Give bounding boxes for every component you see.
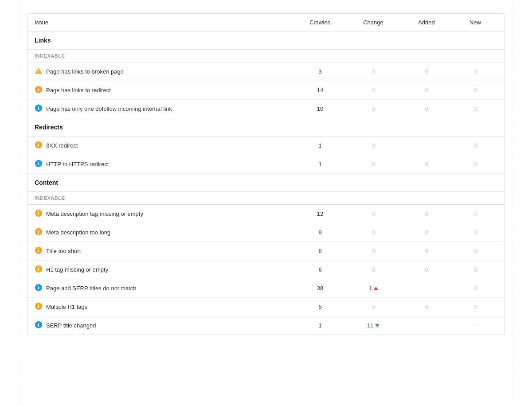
warning-icon <box>35 67 43 76</box>
svg-point-14 <box>38 249 39 249</box>
svg-point-12 <box>38 230 39 231</box>
issue-cell: Title too short <box>35 246 293 256</box>
change-value: 0 <box>347 142 400 149</box>
svg-point-4 <box>38 106 39 107</box>
crawled-value: 1 <box>293 322 347 329</box>
new-value: 0 <box>453 266 497 273</box>
svg-point-16 <box>38 267 39 268</box>
section-header-redirects: Redirects <box>27 118 505 136</box>
arrow-up-icon <box>374 287 378 290</box>
new-value: 0 <box>453 105 497 112</box>
svg-point-10 <box>38 211 39 212</box>
svg-point-18 <box>38 286 39 287</box>
crawled-value: 9 <box>293 229 347 236</box>
table-body: LinksINDEXABLE Page has links to broken … <box>27 31 505 335</box>
issue-label: Title too short <box>46 248 81 254</box>
issue-cell: Multiple H1 tags <box>35 302 293 312</box>
col-new: New <box>453 19 497 26</box>
issue-label: Page has only one dofollow incoming inte… <box>46 105 172 112</box>
issue-label: Page has links to redirect <box>46 87 111 93</box>
crawled-value: 1 <box>293 161 347 167</box>
issue-cell: Page has links to redirect <box>35 86 293 95</box>
change-value: 0 <box>347 68 400 75</box>
table-row[interactable]: 3XX redirect 100 <box>27 136 505 155</box>
table-row[interactable]: Title too short 8000 <box>27 242 505 261</box>
table-row[interactable]: Meta description tag missing or empty 12… <box>27 205 505 223</box>
issue-label: Page has links to broken page <box>46 68 124 75</box>
change-number: 11 <box>367 322 373 329</box>
table-row[interactable]: Page has links to broken page 3000 <box>27 62 505 81</box>
section-header-content: Content <box>27 174 505 192</box>
table-header: Issue Crawled Change Added New <box>27 14 505 31</box>
table-row[interactable]: Meta description too long 9000 <box>27 223 505 242</box>
svg-point-6 <box>38 143 39 144</box>
new-value: 0 <box>453 161 497 167</box>
change-value: 0 <box>347 210 400 217</box>
table-row[interactable]: SERP title changed 111—— <box>27 316 505 335</box>
issue-cell: Meta description tag missing or empty <box>35 209 293 218</box>
issue-label: Multiple H1 tags <box>46 304 87 310</box>
info-yellow-icon <box>35 209 43 218</box>
change-value: 0 <box>347 248 400 254</box>
section-header-links: Links <box>27 31 505 50</box>
table-row[interactable]: Page and SERP titles do not match 3810 <box>27 279 505 298</box>
svg-point-0 <box>38 72 39 73</box>
info-blue-icon <box>35 160 43 169</box>
issue-cell: 3XX redirect <box>35 141 293 150</box>
info-yellow-icon <box>35 246 43 256</box>
issue-cell: SERP title changed <box>35 321 293 330</box>
issue-cell: Page has only one dofollow incoming inte… <box>35 104 293 113</box>
change-value: 0 <box>347 229 400 236</box>
info-blue-icon <box>35 104 43 113</box>
col-crawled: Crawled <box>293 19 347 26</box>
issue-label: 3XX redirect <box>46 142 78 149</box>
added-value: 0 <box>400 87 453 93</box>
issues-table: Issue Crawled Change Added New LinksINDE… <box>27 13 505 335</box>
table-row[interactable]: HTTP to HTTPS redirect 1000 <box>27 155 505 174</box>
info-yellow-icon <box>35 302 43 312</box>
col-added: Added <box>400 19 453 26</box>
info-yellow-icon <box>35 228 43 237</box>
svg-point-20 <box>38 304 39 305</box>
issue-cell: Page and SERP titles do not match <box>35 284 293 293</box>
added-value: 0 <box>400 304 453 310</box>
info-blue-icon <box>35 321 43 330</box>
change-value: 1 <box>347 285 400 292</box>
dash: — <box>424 322 430 329</box>
crawled-value: 5 <box>293 304 347 310</box>
added-value: 0 <box>400 68 453 75</box>
issue-label: SERP title changed <box>46 322 96 329</box>
table-row[interactable]: Page has only one dofollow incoming inte… <box>27 100 505 118</box>
crawled-value: 12 <box>293 210 347 217</box>
change-value: 0 <box>347 266 400 273</box>
change-value: 0 <box>347 87 400 93</box>
page-wrapper: Issue Crawled Change Added New LinksINDE… <box>18 0 514 405</box>
added-value: — <box>400 322 453 329</box>
svg-point-22 <box>38 323 39 324</box>
added-value: 0 <box>400 248 453 254</box>
added-value: 0 <box>400 105 453 112</box>
issue-label: H1 tag missing or empty <box>46 266 108 273</box>
new-value: 0 <box>453 285 497 292</box>
issue-cell: HTTP to HTTPS redirect <box>35 160 293 169</box>
crawled-value: 10 <box>293 105 347 112</box>
new-value: 0 <box>453 210 497 217</box>
table-row[interactable]: Page has links to redirect 14000 <box>27 81 505 100</box>
added-value: 0 <box>400 161 453 167</box>
issue-label: Page and SERP titles do not match <box>46 285 137 292</box>
issue-label: HTTP to HTTPS redirect <box>46 161 109 167</box>
new-value: 0 <box>453 304 497 310</box>
table-row[interactable]: Multiple H1 tags 5000 <box>27 298 505 316</box>
issue-cell: Page has links to broken page <box>35 67 293 76</box>
col-change: Change <box>347 19 400 26</box>
issue-cell: Meta description too long <box>35 228 293 237</box>
added-value: 0 <box>400 210 453 217</box>
info-yellow-icon <box>35 265 43 274</box>
info-yellow-icon <box>35 141 43 150</box>
change-value: 11 <box>347 322 400 329</box>
added-value: 0 <box>400 229 453 236</box>
svg-point-2 <box>38 88 39 89</box>
added-value: 0 <box>400 266 453 273</box>
crawled-value: 8 <box>293 248 347 254</box>
table-row[interactable]: H1 tag missing or empty 6000 <box>27 261 505 279</box>
